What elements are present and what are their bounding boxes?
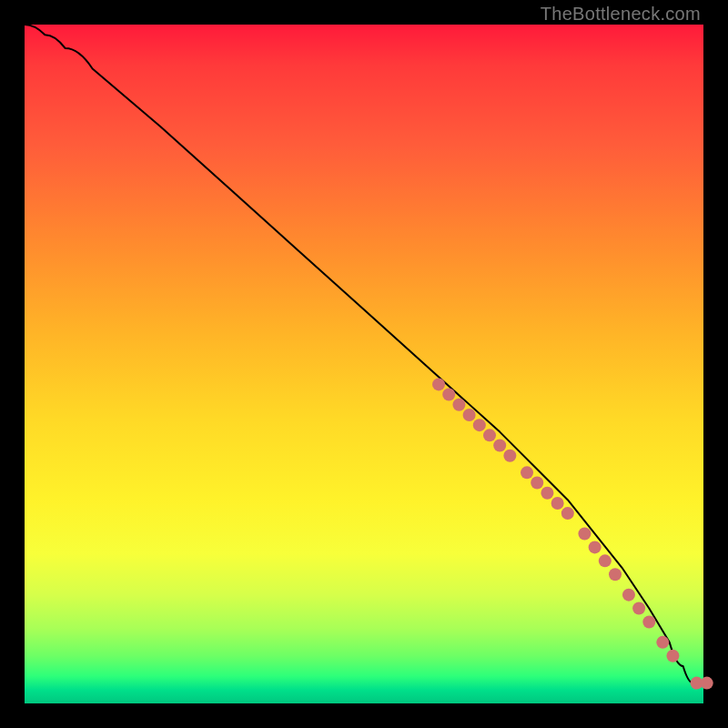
watermark-text: TheBottleneck.com [541, 4, 701, 25]
scatter-point [599, 554, 612, 567]
scatter-point [452, 399, 465, 411]
scatter-point [531, 477, 543, 490]
scatter-point [432, 378, 445, 390]
scatter-point [463, 409, 476, 421]
chart-overlay [25, 25, 703, 703]
scatter-point [578, 528, 591, 541]
chart-curve [25, 25, 703, 683]
scatter-point [483, 429, 496, 441]
scatter-point [473, 419, 486, 431]
scatter-point [503, 450, 516, 462]
scatter-point [632, 602, 645, 615]
scatter-point [609, 568, 622, 581]
chart-stage: TheBottleneck.com [0, 0, 728, 728]
scatter-point [656, 636, 669, 649]
scatter-point [561, 507, 574, 520]
scatter-point [589, 541, 602, 553]
scatter-point [541, 487, 553, 500]
scatter-point [551, 497, 564, 510]
scatter-point [622, 589, 635, 602]
scatter-point [442, 389, 455, 401]
scatter-point [701, 677, 713, 690]
scatter-point [666, 650, 679, 662]
scatter-point [521, 466, 533, 479]
scatter-point [642, 615, 655, 628]
chart-scatter-points [432, 378, 713, 689]
scatter-point [493, 440, 506, 452]
